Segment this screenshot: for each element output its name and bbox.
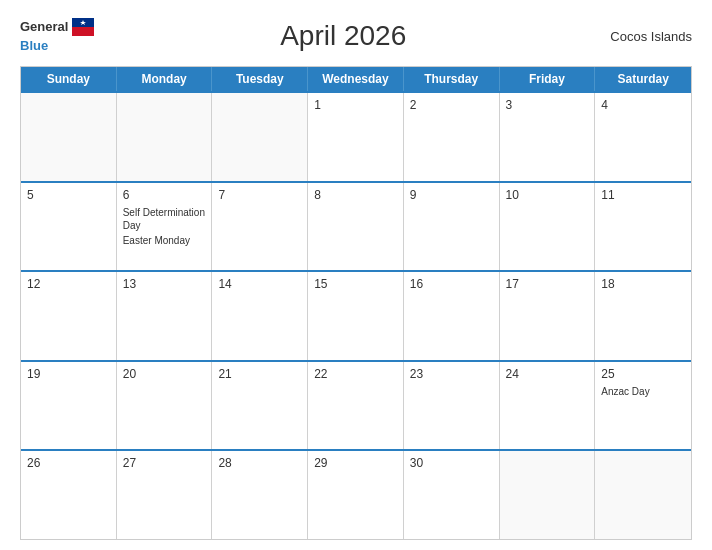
logo-general-text: General [20, 20, 68, 34]
calendar-cell: 21 [212, 362, 308, 450]
calendar-body: 123456Self Determination DayEaster Monda… [21, 91, 691, 539]
calendar-week-4: 19202122232425Anzac Day [21, 360, 691, 450]
cell-day-number: 18 [601, 277, 685, 291]
calendar-cell: 30 [404, 451, 500, 539]
weekday-header-thursday: Thursday [404, 67, 500, 91]
calendar-cell: 11 [595, 183, 691, 271]
calendar-cell: 10 [500, 183, 596, 271]
cell-day-number: 25 [601, 367, 685, 381]
calendar-title: April 2026 [94, 20, 592, 52]
calendar-cell: 2 [404, 93, 500, 181]
calendar-cell: 20 [117, 362, 213, 450]
calendar-cell: 17 [500, 272, 596, 360]
calendar-cell: 12 [21, 272, 117, 360]
calendar-cell: 7 [212, 183, 308, 271]
cell-day-number: 2 [410, 98, 493, 112]
logo-flag-icon [72, 18, 94, 36]
calendar-week-2: 56Self Determination DayEaster Monday789… [21, 181, 691, 271]
cell-event: Self Determination Day [123, 206, 206, 232]
calendar-week-1: 1234 [21, 91, 691, 181]
calendar-cell [500, 451, 596, 539]
cell-day-number: 30 [410, 456, 493, 470]
cell-day-number: 20 [123, 367, 206, 381]
calendar-cell: 27 [117, 451, 213, 539]
calendar-cell: 8 [308, 183, 404, 271]
calendar-cell: 6Self Determination DayEaster Monday [117, 183, 213, 271]
svg-rect-1 [72, 27, 94, 36]
calendar-cell: 29 [308, 451, 404, 539]
cell-day-number: 4 [601, 98, 685, 112]
cell-day-number: 8 [314, 188, 397, 202]
calendar-cell: 3 [500, 93, 596, 181]
cell-day-number: 17 [506, 277, 589, 291]
logo: General Blue [20, 18, 94, 54]
calendar-cell [21, 93, 117, 181]
cell-day-number: 3 [506, 98, 589, 112]
calendar-header: General Blue April 2026 Cocos Islands [20, 18, 692, 54]
cell-day-number: 6 [123, 188, 206, 202]
calendar-weekday-header: SundayMondayTuesdayWednesdayThursdayFrid… [21, 67, 691, 91]
cell-day-number: 21 [218, 367, 301, 381]
calendar: SundayMondayTuesdayWednesdayThursdayFrid… [20, 66, 692, 540]
region-label: Cocos Islands [592, 29, 692, 44]
cell-event: Anzac Day [601, 385, 685, 398]
weekday-header-tuesday: Tuesday [212, 67, 308, 91]
calendar-cell: 16 [404, 272, 500, 360]
cell-day-number: 14 [218, 277, 301, 291]
cell-day-number: 23 [410, 367, 493, 381]
calendar-cell: 15 [308, 272, 404, 360]
cell-day-number: 13 [123, 277, 206, 291]
calendar-cell: 25Anzac Day [595, 362, 691, 450]
calendar-cell: 5 [21, 183, 117, 271]
weekday-header-monday: Monday [117, 67, 213, 91]
calendar-cell: 28 [212, 451, 308, 539]
cell-day-number: 22 [314, 367, 397, 381]
cell-day-number: 24 [506, 367, 589, 381]
calendar-cell: 9 [404, 183, 500, 271]
calendar-cell: 24 [500, 362, 596, 450]
cell-day-number: 16 [410, 277, 493, 291]
cell-day-number: 10 [506, 188, 589, 202]
cell-day-number: 19 [27, 367, 110, 381]
cell-day-number: 29 [314, 456, 397, 470]
calendar-cell: 22 [308, 362, 404, 450]
cell-event: Easter Monday [123, 234, 206, 247]
logo-blue-text: Blue [20, 38, 48, 53]
calendar-cell [595, 451, 691, 539]
calendar-cell: 1 [308, 93, 404, 181]
calendar-cell [117, 93, 213, 181]
calendar-cell: 13 [117, 272, 213, 360]
calendar-week-3: 12131415161718 [21, 270, 691, 360]
cell-day-number: 15 [314, 277, 397, 291]
weekday-header-wednesday: Wednesday [308, 67, 404, 91]
cell-day-number: 5 [27, 188, 110, 202]
calendar-cell: 23 [404, 362, 500, 450]
weekday-header-sunday: Sunday [21, 67, 117, 91]
cell-day-number: 7 [218, 188, 301, 202]
calendar-cell: 19 [21, 362, 117, 450]
weekday-header-saturday: Saturday [595, 67, 691, 91]
cell-day-number: 28 [218, 456, 301, 470]
cell-day-number: 26 [27, 456, 110, 470]
cell-day-number: 27 [123, 456, 206, 470]
calendar-cell: 4 [595, 93, 691, 181]
calendar-cell: 26 [21, 451, 117, 539]
calendar-cell: 14 [212, 272, 308, 360]
cell-day-number: 12 [27, 277, 110, 291]
calendar-week-5: 2627282930 [21, 449, 691, 539]
weekday-header-friday: Friday [500, 67, 596, 91]
cell-day-number: 1 [314, 98, 397, 112]
calendar-cell: 18 [595, 272, 691, 360]
cell-day-number: 9 [410, 188, 493, 202]
calendar-cell [212, 93, 308, 181]
cell-day-number: 11 [601, 188, 685, 202]
